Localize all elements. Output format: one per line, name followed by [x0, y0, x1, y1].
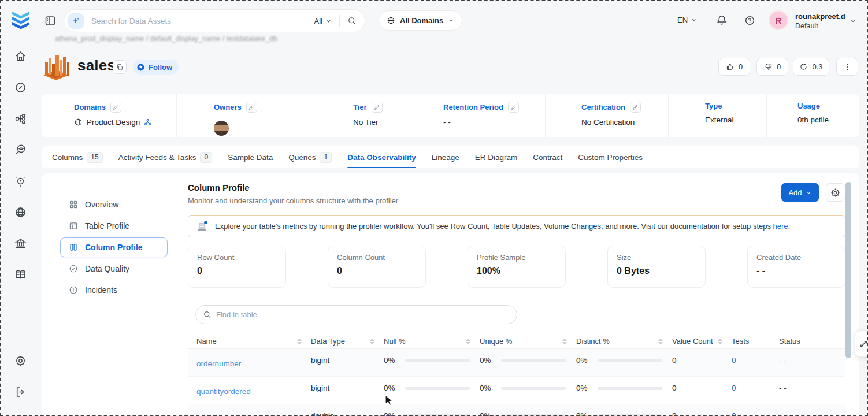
help-icon[interactable]	[744, 15, 755, 26]
search-input[interactable]	[91, 17, 314, 25]
panel-scrollbar-thumb[interactable]	[845, 182, 851, 358]
data-assets-icon[interactable]	[0, 103, 40, 134]
nav-item-icon	[69, 200, 78, 209]
profiler-info-banner: Explore your table's metrics by running …	[188, 215, 845, 237]
distinct-pct-bar	[598, 387, 662, 390]
profile-nav-item[interactable]: Incidents	[60, 280, 168, 300]
ai-sparkle-icon[interactable]	[68, 13, 84, 29]
find-in-table-input[interactable]	[216, 310, 510, 319]
metadata-column: Domains Product Design	[42, 94, 177, 137]
unique-pct-bar	[501, 359, 566, 362]
glossary-icon[interactable]	[0, 259, 40, 290]
summary-card: Row Count 0	[188, 246, 286, 288]
version-history-button[interactable]: 0.3	[793, 58, 829, 76]
observability-icon[interactable]	[0, 134, 40, 165]
columns-table-header: Name Data Type Null % Unique %	[188, 334, 845, 349]
profile-nav-item[interactable]: Data Quality	[60, 259, 168, 278]
sidebar-toggle-icon[interactable]	[44, 15, 56, 27]
expand-panel-button[interactable]	[855, 330, 868, 357]
globe-icon	[74, 118, 83, 127]
sort-carets-icon[interactable]	[297, 339, 302, 344]
settings-icon[interactable]	[0, 345, 40, 376]
copy-name-button[interactable]	[113, 60, 127, 74]
banner-here-link[interactable]: here.	[773, 222, 791, 231]
metadata-column: Type External	[669, 94, 767, 137]
profile-nav-item[interactable]: Column Profile	[60, 237, 168, 257]
tests-count-link[interactable]: 0	[732, 356, 736, 365]
entity-tab[interactable]: Queries 1	[288, 146, 332, 168]
profiler-settings-button[interactable]	[826, 183, 844, 202]
status-cell: - -	[779, 349, 845, 365]
owner-avatar[interactable]	[214, 121, 229, 136]
insights-icon[interactable]	[0, 165, 40, 196]
user-avatar[interactable]: R	[769, 10, 788, 30]
sort-carets-icon[interactable]	[718, 339, 722, 344]
sort-carets-icon[interactable]	[562, 339, 567, 344]
metadata-value: No Certification	[581, 118, 635, 127]
domain-type-icon[interactable]	[144, 118, 151, 126]
collate-logo[interactable]	[10, 9, 31, 32]
upvote-button[interactable]: 0	[718, 58, 750, 76]
edit-pencil-icon[interactable]	[246, 102, 257, 113]
home-icon[interactable]	[0, 40, 40, 72]
add-button[interactable]: Add	[781, 183, 819, 202]
summary-card-value: 0	[337, 266, 417, 276]
governance-icon[interactable]	[0, 228, 40, 259]
tests-count-link[interactable]: 0	[732, 411, 736, 416]
metadata-label: Retention Period	[443, 103, 503, 112]
user-menu[interactable]: rounakpreet.d Default	[795, 12, 845, 30]
column-header-cell: Distinct %	[576, 337, 672, 346]
more-actions-button[interactable]	[836, 58, 858, 76]
tests-count-link[interactable]: 0	[732, 384, 736, 392]
domains-icon[interactable]	[0, 196, 40, 228]
divider	[339, 15, 340, 27]
null-pct-value: 0%	[384, 411, 395, 416]
column-header-cell: Data Type	[311, 337, 384, 346]
entity-tab[interactable]: Lineage	[432, 146, 459, 168]
entity-tab[interactable]: Data Observability	[347, 146, 416, 168]
unique-pct-bar	[501, 387, 566, 390]
user-workspace: Default	[795, 22, 845, 30]
entity-tab[interactable]: Custom Properties	[578, 146, 643, 168]
edit-pencil-icon[interactable]	[630, 102, 641, 113]
profile-nav-item[interactable]: Table Profile	[60, 216, 168, 236]
sort-carets-icon[interactable]	[466, 339, 470, 344]
edit-pencil-icon[interactable]	[508, 102, 519, 113]
follow-button[interactable]: Follow	[133, 60, 179, 75]
distinct-pct-bar	[598, 414, 662, 416]
entity-tab[interactable]: Columns 15	[52, 146, 103, 168]
edit-pencil-icon[interactable]	[110, 102, 121, 113]
search-scope-dropdown[interactable]: All	[314, 17, 332, 25]
profile-nav-item[interactable]: Overview	[60, 195, 168, 214]
all-domains-dropdown[interactable]: All Domains	[379, 10, 462, 31]
breadcrumb[interactable]: athena_prod_display_name / default_displ…	[55, 35, 298, 43]
entity-title: sales	[77, 57, 116, 75]
value-count-cell: 0	[672, 377, 732, 392]
entity-tab[interactable]: Contract	[533, 146, 562, 168]
table-service-icon	[42, 51, 71, 80]
column-name-link[interactable]: ordernumber	[196, 359, 241, 368]
chevron-down-icon[interactable]	[850, 17, 856, 24]
language-dropdown[interactable]: EN	[677, 16, 697, 24]
edit-pencil-icon[interactable]	[372, 102, 383, 113]
sort-carets-icon[interactable]	[370, 339, 374, 344]
entity-tab[interactable]: Activity Feeds & Tasks 0	[118, 146, 212, 168]
gear-icon	[830, 188, 840, 198]
search-icon[interactable]	[347, 16, 357, 25]
summary-card-label: Created Date	[756, 253, 836, 262]
notifications-bell-icon[interactable]	[716, 14, 728, 26]
metadata-value: 0th pctile	[797, 116, 829, 124]
sort-carets-icon[interactable]	[658, 339, 663, 344]
tab-count-badge: 1	[320, 152, 332, 163]
downvote-button[interactable]: 0	[756, 58, 788, 76]
globe-icon	[387, 16, 395, 25]
logout-icon[interactable]	[0, 376, 40, 407]
nav-item-icon	[69, 285, 78, 295]
explore-icon[interactable]	[0, 72, 40, 103]
chevron-down-icon	[806, 190, 812, 196]
summary-card-label: Size	[617, 253, 696, 262]
column-name-link[interactable]: quantityordered	[196, 387, 251, 396]
metadata-label: Usage	[797, 102, 820, 110]
entity-tab[interactable]: ER Diagram	[475, 146, 518, 168]
entity-tab[interactable]: Sample Data	[228, 146, 273, 168]
